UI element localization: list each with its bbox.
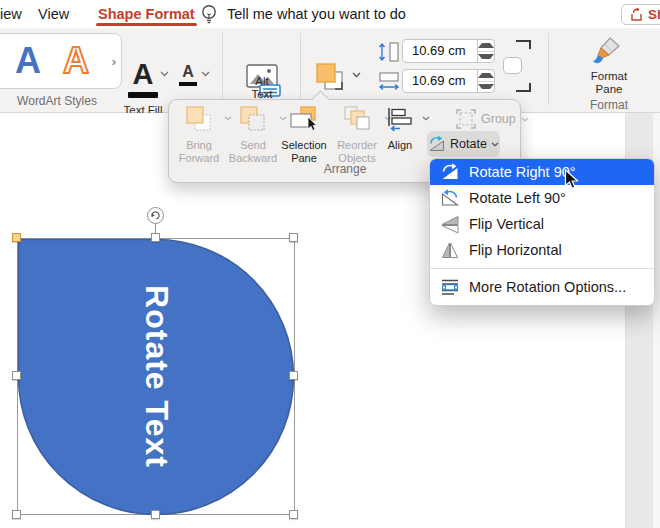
lightbulb-icon — [200, 4, 218, 28]
chevron-down-icon — [491, 142, 499, 147]
bring-forward-icon — [186, 106, 212, 132]
aspect-bracket-top — [516, 40, 531, 49]
group-separator — [222, 33, 223, 105]
menu-item-flip-vertical[interactable]: Flip Vertical — [430, 211, 654, 237]
chevron-down-icon[interactable] — [160, 71, 169, 77]
resize-handle-bottomleft[interactable] — [12, 510, 21, 519]
reorder-objects-icon — [344, 106, 371, 132]
chevron-down-icon — [422, 116, 430, 121]
tell-me-box[interactable]: Tell me what you want to do — [227, 0, 406, 28]
rotation-handle[interactable] — [147, 207, 164, 224]
arrange-group-label: Arrange — [305, 162, 385, 176]
shape-width-icon — [377, 71, 401, 93]
chevron-down-icon[interactable] — [201, 71, 210, 77]
group-icon — [456, 109, 476, 129]
selected-shape[interactable]: Rotate Text — [17, 238, 295, 515]
tab-view[interactable]: View — [38, 0, 69, 28]
send-backward-button[interactable]: Send Backward — [225, 106, 281, 164]
menu-bar: iew View Shape Format Tell me what you w… — [0, 0, 660, 28]
group-separator — [548, 33, 549, 105]
wordart-group-label: WordArt Styles — [0, 94, 122, 108]
flip-vertical-icon — [439, 214, 461, 234]
text-outline-icon[interactable]: A — [178, 64, 198, 80]
wordart-style-orange[interactable]: A — [63, 36, 89, 86]
resize-handle-left[interactable] — [12, 371, 21, 380]
rotate-icon — [428, 135, 446, 153]
flip-horizontal-icon — [439, 240, 461, 260]
format-pane-button[interactable]: Format Pane — [586, 70, 632, 95]
resize-handle-right[interactable] — [289, 371, 298, 380]
format-pane-icon — [592, 35, 626, 67]
adjust-handle-topleft[interactable] — [12, 233, 21, 242]
chevron-down-icon — [521, 117, 529, 122]
bring-forward-button[interactable]: Bring Forward — [172, 106, 226, 164]
share-button[interactable]: Sh — [621, 4, 660, 25]
rotate-menu: Rotate Right 90° Rotate Left 90° Flip Ve… — [429, 158, 655, 306]
wordart-gallery[interactable]: A A › — [0, 33, 122, 89]
resize-handle-topright[interactable] — [289, 233, 298, 242]
group-button[interactable]: Group — [456, 109, 529, 129]
resize-handle-bottomright[interactable] — [289, 510, 298, 519]
rotate-right-icon — [439, 162, 461, 182]
width-stepper[interactable] — [477, 70, 494, 92]
tab-shape-format[interactable]: Shape Format — [98, 0, 195, 28]
format-group-label: Format — [584, 98, 634, 112]
tab-review-partial[interactable]: iew — [0, 0, 22, 28]
mouse-cursor — [564, 169, 579, 194]
menu-item-rotate-right[interactable]: Rotate Right 90° — [430, 159, 654, 185]
app-window: iew View Shape Format Tell me what you w… — [0, 0, 660, 528]
resize-handle-top[interactable] — [151, 233, 160, 242]
aspect-bracket-bottom — [516, 83, 531, 92]
text-outline-color-swatch — [179, 82, 197, 86]
wordart-gallery-more-button[interactable]: › — [112, 54, 116, 69]
rotate-left-icon — [439, 188, 461, 208]
arrange-icon[interactable] — [314, 61, 346, 93]
shape-width-field[interactable]: 10.69 cm — [402, 69, 495, 93]
menu-item-more-rotation-options[interactable]: More Rotation Options... — [430, 274, 654, 300]
align-button[interactable]: Align — [378, 106, 422, 152]
share-icon — [629, 7, 644, 22]
shape-width-value[interactable]: 10.69 cm — [403, 70, 477, 92]
more-rotation-options-icon — [439, 277, 461, 297]
wordart-style-blue[interactable]: A — [15, 36, 41, 86]
text-fill-color-swatch — [128, 92, 158, 98]
send-backward-icon — [240, 106, 266, 132]
menu-separator — [430, 268, 654, 269]
alt-text-button[interactable]: Alt Text — [240, 75, 284, 100]
shape-text: Rotate Text — [138, 285, 175, 468]
shape-height-field[interactable]: 10.69 cm — [402, 39, 495, 63]
resize-handle-bottom[interactable] — [151, 510, 160, 519]
reorder-objects-button[interactable]: Reorder Objects — [330, 106, 384, 164]
group-separator — [300, 33, 301, 105]
selection-pane-button[interactable]: Selection Pane — [275, 106, 333, 164]
height-stepper[interactable] — [477, 40, 494, 62]
menu-item-rotate-left[interactable]: Rotate Left 90° — [430, 185, 654, 211]
menu-item-flip-horizontal[interactable]: Flip Horizontal — [430, 237, 654, 263]
shape-text-container: Rotate Text — [17, 238, 295, 515]
lock-aspect-ratio-checkbox[interactable] — [503, 57, 522, 74]
selection-pane-icon — [290, 106, 318, 132]
rotate-button[interactable]: Rotate — [427, 131, 500, 157]
shape-height-icon — [378, 41, 400, 63]
text-fill-icon[interactable]: A — [127, 60, 159, 89]
shape-height-value[interactable]: 10.69 cm — [403, 40, 477, 62]
align-icon — [387, 106, 413, 132]
chevron-down-icon[interactable] — [352, 72, 361, 78]
